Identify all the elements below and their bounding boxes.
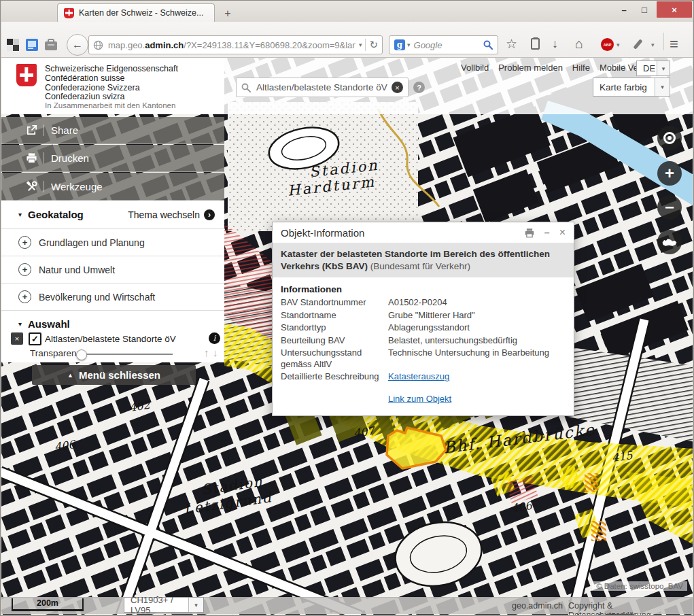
new-tab-button[interactable]: + [219, 6, 237, 20]
home-icon[interactable]: ⌂ [575, 36, 583, 52]
bookmarks-panel-icon[interactable] [531, 38, 540, 50]
category-label: Natur und Umwelt [39, 264, 115, 275]
url-dropdown-icon[interactable]: ▾ [359, 41, 362, 48]
dataset-source: (Bundesamt für Verkehr) [370, 261, 470, 271]
popup-titlebar[interactable]: Objekt-Information – × [273, 222, 574, 243]
info-label: Standorttyp [281, 322, 388, 334]
search-input[interactable] [255, 82, 392, 93]
globe-icon [93, 40, 103, 50]
close-menu-label: Menü schliessen [79, 369, 160, 381]
minimize-popup-icon[interactable]: – [544, 227, 550, 238]
search-placeholder: Google [414, 40, 483, 50]
cadastre-extract-link[interactable]: Katasterauszug [388, 371, 449, 381]
map-search-field[interactable]: × [236, 78, 409, 97]
zoom-out-button[interactable]: − [657, 195, 682, 220]
maximize-button[interactable]: □ [636, 3, 653, 17]
sidebar-item-tools[interactable]: Werkzeuge [0, 173, 224, 201]
logo-line-it: Confederazione Svizzera [45, 84, 178, 93]
selection-label: Auswahl [28, 318, 70, 330]
nav-report-problem[interactable]: Problem melden [498, 63, 563, 73]
layer-info-icon[interactable]: i [209, 332, 220, 344]
clear-search-icon[interactable]: × [392, 82, 403, 93]
url-prefix: map.geo. [108, 40, 145, 50]
close-menu-button[interactable]: ▲ Menü schliessen [32, 365, 196, 385]
map-attribution: © Daten: swisstopo, BAV [592, 581, 687, 591]
adblock-icon[interactable]: ABP [601, 38, 614, 51]
expand-icon[interactable]: + [18, 290, 31, 303]
plus-icon: + [665, 164, 674, 183]
chevron-down-icon: ▾ [188, 598, 203, 612]
app-shortcut-icon-2[interactable] [26, 39, 38, 51]
tools-icon [26, 181, 37, 192]
logo-line-de: Schweizerische Eidgenossenschaft [45, 65, 178, 74]
tab-title: Karten der Schweiz - Schweize... [79, 8, 203, 18]
object-link[interactable]: Link zum Objekt [388, 394, 451, 404]
chevron-right-icon: › [204, 209, 215, 220]
close-button[interactable]: × [657, 1, 692, 18]
adblock-dropdown-icon[interactable]: ▾ [617, 41, 620, 48]
app-shortcut-icon-1[interactable] [7, 39, 19, 51]
bookmark-star-icon[interactable]: ☆ [506, 36, 517, 52]
geocatalog-label: Geokatalog [28, 209, 84, 220]
copyright-link[interactable]: Copyright & Datenschutzerklärung [568, 601, 694, 616]
reload-icon[interactable]: ↻ [369, 39, 378, 51]
transparency-slider-thumb[interactable] [76, 349, 87, 360]
sidebar-item-share[interactable]: Share [0, 117, 224, 144]
info-row: BAV StandortnummerA01502-P0204 [281, 297, 566, 309]
dataset-title: Kataster der belasteten Standorte im Ber… [273, 243, 574, 277]
info-section-title: Informationen [281, 284, 566, 294]
layer-checkbox[interactable]: ✓ [29, 332, 41, 345]
info-row: StandorttypAblagerungsstandort [281, 322, 566, 334]
basemap-select[interactable]: Karte farbig ▾ [593, 78, 670, 97]
zoom-in-button[interactable]: + [657, 161, 682, 186]
transparency-slider-track[interactable] [80, 354, 173, 355]
site-link[interactable]: geo.admin.ch [512, 601, 563, 611]
search-bar[interactable]: g ▾ Google [389, 35, 498, 54]
minimize-button[interactable]: – [615, 3, 633, 17]
engine-dropdown-icon[interactable]: ▾ [407, 41, 411, 48]
search-help-icon[interactable]: ? [413, 82, 425, 93]
nav-help[interactable]: Hilfe [572, 63, 590, 73]
object-info-popup: Objekt-Information – × Kataster der bela… [272, 222, 574, 416]
move-layer-up-icon[interactable]: ↑ [204, 347, 209, 358]
info-label: BAV Standortnummer [281, 297, 388, 309]
close-popup-icon[interactable]: × [559, 226, 566, 239]
overflow-dropdown-icon[interactable]: ▾ [651, 41, 655, 48]
geolocate-button[interactable] [657, 126, 682, 150]
sidebar-item-print[interactable]: Drucken [0, 145, 224, 172]
expand-icon[interactable]: + [18, 236, 31, 249]
info-value: Grube "Mittlerer Hard" [388, 310, 566, 322]
remove-layer-button[interactable]: × [11, 332, 23, 345]
category-grundlagen[interactable]: + Grundlagen und Planung [0, 229, 224, 256]
projection-select[interactable]: CH1903+ / LV95 ▾ [124, 597, 204, 613]
default-extent-button[interactable] [657, 230, 682, 254]
change-theme-button[interactable]: Thema wechseln › [128, 209, 215, 220]
triangle-up-icon: ▲ [67, 372, 73, 379]
share-icon [26, 124, 37, 136]
print-label: Drucken [44, 152, 89, 164]
share-label: Share [44, 124, 78, 136]
back-button[interactable]: ← [67, 34, 88, 56]
info-label: Untersuchungsstand gemäss AltlV [281, 347, 388, 370]
move-layer-down-icon[interactable]: ↓ [213, 347, 218, 358]
layer-name-label[interactable]: Altlasten/belastete Standorte öV [45, 334, 176, 344]
url-bar[interactable]: map.geo.admin.ch/?X=249138.11&Y=680698.2… [88, 35, 383, 54]
nav-fullscreen[interactable]: Vollbild [461, 63, 489, 73]
category-label: Bevölkerung und Wirtschaft [39, 292, 155, 303]
language-select[interactable]: DE ▾ [636, 61, 670, 76]
expand-icon[interactable]: + [18, 263, 31, 276]
browser-tab[interactable]: Karten der Schweiz - Schweize... [57, 3, 215, 22]
geocatalog-header[interactable]: ▾ Geokatalog Thema wechseln › [0, 201, 224, 229]
category-natur[interactable]: + Natur und Umwelt [0, 256, 224, 284]
target-icon [663, 132, 676, 144]
downloads-icon[interactable]: ↓ [552, 37, 558, 51]
info-value: Belastet, untersuchungsbedürftig [388, 335, 566, 347]
url-domain: admin.ch [145, 40, 184, 50]
print-icon[interactable] [524, 228, 535, 238]
magnifier-icon[interactable] [483, 40, 493, 50]
info-row: Link zum Objekt [281, 394, 566, 405]
hamburger-menu-icon[interactable]: ≡ [670, 35, 678, 53]
chevron-down-icon: ▾ [657, 61, 670, 75]
category-bevoelkerung[interactable]: + Bevölkerung und Wirtschaft [0, 284, 224, 311]
app-shortcut-icon-3[interactable] [45, 39, 57, 51]
